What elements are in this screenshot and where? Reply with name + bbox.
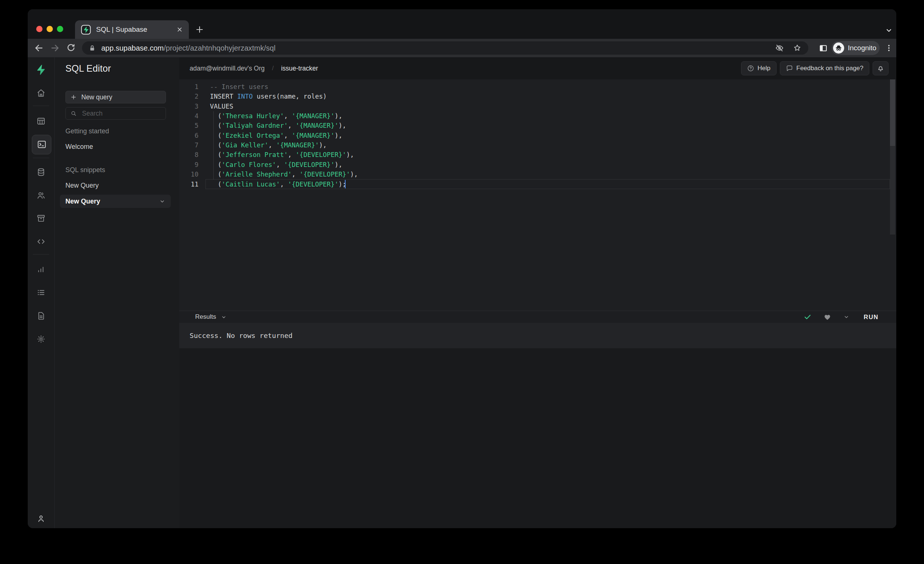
sidebar-item-new-query[interactable]: New Query [65, 182, 99, 190]
new-query-button[interactable]: New query [65, 91, 166, 103]
docs-icon[interactable] [37, 311, 45, 320]
back-icon[interactable] [34, 43, 44, 53]
code-line-4[interactable]: ('Theresa Hurley', '{MANAGER}'), [210, 111, 342, 121]
breadcrumb-project[interactable]: issue-tracker [281, 64, 318, 72]
code-line-10[interactable]: ('Arielle Shepherd', '{DEVELOPER}'), [210, 169, 358, 179]
code-line-2[interactable]: INSERT INTO users(name, roles) [210, 91, 327, 101]
search-icon [70, 110, 77, 117]
tab-search-chevron-icon[interactable] [885, 26, 893, 35]
tab-title: SQL | Supabase [96, 25, 147, 34]
run-button[interactable]: RUN [864, 314, 879, 320]
help-button-label: Help [758, 64, 771, 72]
main-content: adam@windmill.dev's Org / issue-tracker … [179, 57, 896, 528]
main-header: adam@windmill.dev's Org / issue-tracker … [179, 57, 896, 79]
url-bar[interactable]: app.supabase.com/project/azahtnhqohyjerz… [82, 41, 808, 55]
tab-close-icon[interactable] [176, 26, 183, 33]
editor-scrollbar-track[interactable] [890, 146, 895, 235]
forward-icon[interactable] [50, 43, 60, 53]
selected-snippet-label: New Query [65, 197, 100, 205]
run-options-chevron-icon[interactable] [843, 314, 850, 320]
help-icon [747, 64, 754, 72]
supabase-app: SQL Editor New query Getting started Wel… [28, 57, 896, 528]
line-number: 7 [187, 141, 198, 150]
logs-icon[interactable] [37, 288, 45, 297]
text-cursor [345, 180, 346, 188]
home-icon[interactable] [37, 89, 45, 97]
reports-icon[interactable] [37, 265, 45, 274]
success-message: Success. No rows returned [190, 332, 292, 340]
sidebar-item-welcome[interactable]: Welcome [65, 143, 93, 151]
line-number: 3 [187, 102, 198, 111]
header-actions: Help Feedback on this page? [741, 61, 888, 75]
line-number: 11 [187, 180, 198, 189]
database-icon[interactable] [37, 168, 45, 177]
api-code-icon[interactable] [37, 237, 45, 246]
settings-gear-icon[interactable] [37, 335, 45, 344]
feedback-button-label: Feedback on this page? [796, 64, 863, 72]
breadcrumb: adam@windmill.dev's Org / issue-tracker [190, 64, 318, 72]
sql-code-editor[interactable]: 1-- Insert users2INSERT INTO users(name,… [179, 79, 896, 311]
code-line-1[interactable]: -- Insert users [210, 82, 268, 91]
code-line-6[interactable]: ('Ezekiel Ortega', '{MANAGER}'), [210, 131, 342, 141]
code-line-9[interactable]: ('Carlo Flores', '{DEVELOPER}'), [210, 160, 342, 169]
success-check-icon [804, 313, 812, 321]
section-label-sql-snippets: SQL snippets [65, 166, 105, 174]
results-dropdown[interactable]: Results [195, 313, 227, 320]
line-number: 1 [187, 82, 198, 91]
sidebar-item-new-query-selected[interactable]: New Query [60, 194, 171, 208]
browser-tab[interactable]: SQL | Supabase [75, 20, 189, 39]
editor-scrollbar-thumb[interactable] [890, 79, 895, 146]
code-line-7[interactable]: ('Gia Keller', '{MANAGER}'), [210, 141, 327, 150]
eye-off-icon[interactable] [775, 43, 784, 52]
bell-icon [877, 64, 885, 72]
results-toolbar: Results [179, 311, 896, 323]
lock-icon [88, 44, 96, 52]
new-query-button-label: New query [81, 93, 112, 101]
line-number: 9 [187, 160, 198, 169]
table-editor-icon[interactable] [37, 117, 45, 126]
browser-tab-strip: SQL | Supabase [28, 9, 896, 39]
side-panel-icon[interactable] [819, 43, 828, 53]
search-input[interactable] [81, 109, 157, 118]
new-tab-button[interactable] [195, 25, 204, 34]
storage-icon[interactable] [37, 214, 45, 223]
line-number: 2 [187, 91, 198, 101]
line-number: 8 [187, 150, 198, 160]
screenshot-stage: SQL | Supabase [0, 0, 924, 564]
omnibox-right-icons [775, 41, 802, 55]
sql-editor-nav-selected[interactable] [32, 135, 51, 154]
feedback-button[interactable]: Feedback on this page? [780, 61, 869, 75]
sql-editor-icon [37, 140, 46, 149]
bookmark-star-icon[interactable] [793, 43, 802, 52]
reload-icon[interactable] [66, 43, 76, 53]
incognito-icon [833, 42, 844, 54]
code-line-8[interactable]: ('Jefferson Pratt', '{DEVELOPER}'), [210, 150, 354, 160]
account-icon[interactable] [37, 514, 45, 523]
supabase-favicon [81, 25, 91, 35]
breadcrumb-org[interactable]: adam@windmill.dev's Org [190, 64, 265, 72]
traffic-zoom-button[interactable] [57, 26, 63, 32]
results-message-row: Success. No rows returned [179, 323, 896, 348]
section-label-getting-started: Getting started [65, 127, 109, 135]
favorite-heart-icon[interactable] [824, 313, 831, 321]
rail-divider [33, 158, 49, 158]
browser-menu-icon[interactable] [885, 43, 893, 52]
code-line-5[interactable]: ('Taliyah Gardner', '{MANAGER}'), [210, 121, 346, 130]
code-line-3[interactable]: VALUES [210, 102, 233, 111]
results-empty-area [179, 348, 896, 528]
authentication-icon[interactable] [37, 191, 45, 200]
search-box[interactable] [65, 107, 166, 120]
incognito-label: Incognito [848, 44, 876, 52]
traffic-close-button[interactable] [36, 26, 42, 32]
code-line-11[interactable]: ('Caitlin Lucas', '{DEVELOPER}'); [210, 180, 346, 189]
help-button[interactable]: Help [741, 61, 777, 75]
line-number: 6 [187, 131, 198, 141]
chevron-down-icon [220, 314, 227, 320]
chevron-down-icon[interactable] [159, 198, 166, 205]
line-number: 4 [187, 111, 198, 121]
traffic-minimize-button[interactable] [46, 26, 53, 32]
breadcrumb-separator: / [272, 65, 273, 72]
supabase-logo-icon[interactable] [36, 64, 44, 73]
notifications-button[interactable] [873, 61, 888, 75]
line-number: 10 [187, 169, 198, 179]
